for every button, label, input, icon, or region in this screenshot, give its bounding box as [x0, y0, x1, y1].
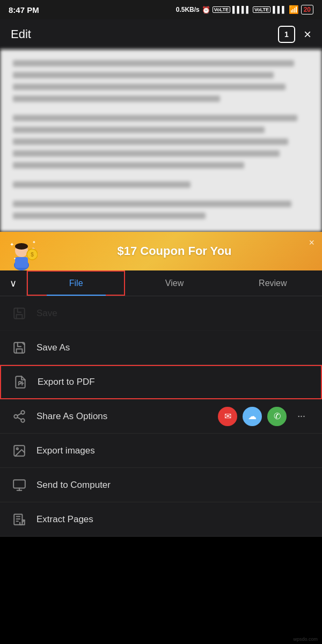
- status-time: 8:47 PM: [9, 5, 39, 14]
- network-speed: 0.5KB/s: [176, 6, 200, 13]
- svg-line-19: [17, 413, 21, 415]
- menu-item-extract-pages[interactable]: Extract Pages: [0, 502, 322, 537]
- save-as-icon: [11, 339, 28, 356]
- svg-line-18: [17, 417, 21, 419]
- coupon-character-icon: $ ✦ ✦ ✦: [5, 236, 38, 270]
- doc-line: [13, 127, 265, 133]
- tab-file[interactable]: File: [27, 270, 125, 296]
- doc-line: [13, 60, 294, 67]
- svg-text:✦: ✦: [32, 240, 36, 245]
- lte-icon: VoLTE: [213, 6, 230, 13]
- document-preview: [0, 49, 322, 232]
- signal-icon: ▌▌▌▌: [232, 6, 251, 13]
- coupon-close-button[interactable]: ×: [309, 237, 314, 248]
- doc-line: [13, 201, 291, 207]
- whatsapp-share-button[interactable]: ✆: [267, 407, 287, 426]
- status-right: 0.5KB/s ⏰ VoLTE ▌▌▌▌ VoLTE ▌▌▌ 📶 20: [176, 5, 313, 14]
- share-icon: [11, 408, 28, 425]
- cloud-icon: ☁: [248, 411, 257, 421]
- signal2-icon: ▌▌▌: [273, 6, 287, 13]
- status-bar: 8:47 PM 0.5KB/s ⏰ VoLTE ▌▌▌▌ VoLTE ▌▌▌ 📶…: [0, 0, 322, 19]
- doc-content: [0, 49, 322, 232]
- svg-text:✦: ✦: [10, 241, 14, 247]
- doc-spacer: [13, 107, 309, 115]
- wifi-icon: 📶: [289, 5, 299, 14]
- save-label: Save: [36, 308, 57, 319]
- doc-spacer: [13, 193, 309, 201]
- tab-view[interactable]: View: [125, 270, 223, 296]
- doc-line: [13, 84, 286, 90]
- tab-view-label: View: [165, 279, 184, 288]
- menu-item-send-computer[interactable]: Send to Computer: [0, 468, 322, 502]
- doc-line: [13, 181, 191, 188]
- export-pdf-label: Export to PDF: [38, 377, 95, 387]
- doc-spacer: [13, 174, 309, 181]
- svg-rect-4: [15, 257, 28, 268]
- watermark: wpsdo.com: [293, 636, 318, 642]
- more-icon: ···: [298, 412, 306, 421]
- extract-pages-icon: [11, 511, 28, 528]
- tab-file-label: File: [69, 279, 83, 288]
- cloud-share-button[interactable]: ☁: [243, 407, 262, 426]
- svg-point-21: [17, 448, 18, 449]
- save-icon: [11, 305, 28, 322]
- doc-line: [13, 115, 297, 121]
- export-pdf-icon: [12, 374, 29, 391]
- svg-text:$: $: [31, 252, 34, 258]
- menu-item-export-images[interactable]: Export images: [0, 434, 322, 468]
- menu-item-share[interactable]: Share As Options ✉ ☁ ✆ ···: [0, 399, 322, 434]
- tab-chevron-button[interactable]: ∨: [0, 270, 27, 296]
- svg-rect-22: [13, 480, 25, 488]
- close-button[interactable]: ×: [304, 28, 311, 41]
- tab-review-label: Review: [259, 279, 287, 288]
- doc-line: [13, 96, 220, 102]
- share-label: Share As Options: [36, 411, 107, 422]
- monitor-icon: [11, 477, 28, 494]
- tab-count-button[interactable]: 1: [278, 26, 295, 43]
- title-bar-actions: 1 ×: [278, 26, 311, 43]
- lte2-icon: VoLTE: [253, 6, 270, 13]
- menu-item-save-as[interactable]: Save As: [0, 331, 322, 365]
- svg-rect-11: [14, 342, 25, 353]
- tab-review[interactable]: Review: [224, 270, 322, 296]
- coupon-text: $17 Coupon For You: [117, 244, 231, 258]
- doc-line: [13, 213, 206, 219]
- export-images-label: Export images: [36, 445, 95, 456]
- doc-line: [13, 138, 288, 145]
- menu-list: Save Save As Export to PDF: [0, 296, 322, 537]
- tab-navigation: ∨ File View Review: [0, 270, 322, 296]
- more-share-button[interactable]: ···: [292, 407, 311, 426]
- page-title: Edit: [11, 27, 31, 41]
- title-bar: Edit 1 ×: [0, 19, 322, 49]
- doc-line: [13, 150, 280, 157]
- share-options: ✉ ☁ ✆ ···: [218, 407, 311, 426]
- coupon-banner[interactable]: $ ✦ ✦ ✦ $17 Coupon For You ×: [0, 232, 322, 270]
- send-computer-label: Send to Computer: [36, 480, 111, 491]
- alarm-icon: ⏰: [202, 6, 210, 14]
- svg-point-2: [15, 243, 28, 250]
- whatsapp-icon: ✆: [274, 411, 281, 421]
- battery-icon: 20: [301, 5, 313, 14]
- svg-text:✦: ✦: [13, 257, 16, 260]
- menu-item-save: Save: [0, 296, 322, 331]
- email-share-button[interactable]: ✉: [218, 407, 237, 426]
- export-images-icon: [11, 442, 28, 459]
- chevron-down-icon: ∨: [10, 277, 17, 289]
- extract-pages-label: Extract Pages: [36, 514, 93, 525]
- doc-line: [13, 72, 274, 78]
- svg-rect-10: [14, 308, 25, 319]
- save-as-label: Save As: [36, 342, 70, 353]
- menu-item-export-pdf[interactable]: Export to PDF: [0, 365, 322, 399]
- svg-rect-25: [14, 514, 22, 525]
- email-icon: ✉: [224, 411, 231, 421]
- doc-line: [13, 162, 244, 169]
